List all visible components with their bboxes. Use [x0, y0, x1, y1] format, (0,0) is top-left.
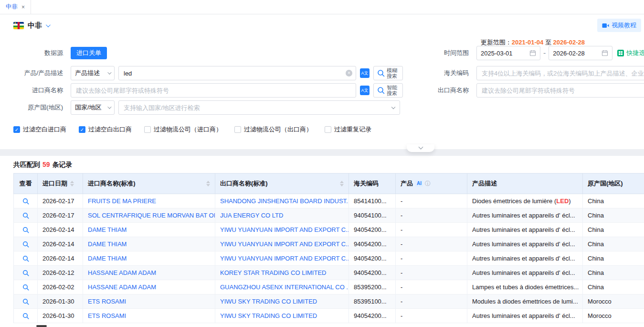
importer-link[interactable]: HASSANE ADAM ADAM	[83, 266, 215, 280]
quick-select-link[interactable]: 快捷选	[617, 49, 644, 57]
tab-close-icon[interactable]: ×	[21, 4, 25, 11]
exporter-link[interactable]: SHANDONG JINSHENGTAI BOARD INDUST...	[215, 194, 349, 208]
smart-search-label-2: 搜索	[387, 90, 397, 96]
view-detail-magnifier-icon[interactable]	[22, 298, 29, 305]
importer-link[interactable]: DAME THIAM	[83, 237, 215, 251]
exporter-link[interactable]: YIWU SKY TRADING CO LIMITED	[215, 309, 349, 323]
product-cell: -	[396, 294, 467, 308]
filter-checkbox[interactable]: 过滤重复记录	[325, 125, 371, 134]
search-icon	[377, 69, 385, 77]
importer-link[interactable]: FRUITS DE MA PRIERE	[83, 194, 215, 208]
smart-search-button[interactable]: 智能 搜索	[373, 83, 403, 98]
product-input[interactable]	[118, 66, 356, 80]
product-cell: -	[396, 208, 467, 222]
exporter-input[interactable]	[476, 83, 644, 98]
hs-code-cell: 85414100...	[349, 194, 396, 208]
info-icon[interactable]: ⓘ	[425, 180, 431, 188]
country-chevron-down-icon[interactable]	[46, 22, 51, 27]
view-detail-magnifier-icon[interactable]	[22, 255, 29, 262]
importer-input-wrap	[71, 83, 356, 98]
exporter-link[interactable]: YIWU SKY TRADING CO LIMITED	[215, 294, 349, 308]
checkbox-icon[interactable]	[234, 126, 241, 133]
date-separator: -	[543, 49, 546, 57]
exporter-link[interactable]: YIWU YUANYUAN IMPORT AND EXPORT C...	[215, 223, 349, 237]
chevron-down-icon	[107, 70, 111, 74]
view-detail-magnifier-icon[interactable]	[22, 227, 29, 233]
translate-icon[interactable]: A文	[360, 68, 370, 78]
importer-link[interactable]: DAME THIAM	[83, 223, 215, 237]
checkbox-icon[interactable]: ✓	[79, 126, 85, 133]
tab-bar: 中非 ×	[0, 0, 644, 14]
importer-link[interactable]: DAME THIAM	[83, 251, 215, 265]
col-importer[interactable]: 进口商名称(标准)	[83, 174, 215, 194]
col-exporter[interactable]: 出口商名称(标准)	[215, 174, 349, 194]
filter-checkbox[interactable]: 过滤物流公司（出口商）	[234, 125, 312, 134]
origin-type-select[interactable]: 国家/地区	[71, 100, 115, 115]
col-product-ai: 产品 AI ⓘ	[396, 174, 467, 194]
view-detail-magnifier-icon[interactable]	[22, 198, 29, 205]
sort-icon[interactable]	[340, 181, 344, 186]
importer-link[interactable]: HASSANE ADAM ADAM	[83, 280, 215, 294]
hs-code-label: 海关编码	[431, 69, 473, 77]
importer-link[interactable]: ETS ROSAMI	[83, 309, 215, 323]
import-date-cell: 2026-02-12	[38, 266, 83, 280]
table-row: 2026-02-12 HASSANE ADAM ADAM KOREY STAR …	[13, 266, 644, 280]
importer-link[interactable]: SOL CENTRAFRIQUE RUE MORVAN BAT OF...	[83, 208, 215, 222]
video-tutorial-button[interactable]: 视频教程	[597, 19, 641, 32]
exporter-link[interactable]: YIWU YUANYUAN IMPORT AND EXPORT C...	[215, 237, 349, 251]
import-date-cell: 2026-02-02	[38, 280, 83, 294]
importer-input[interactable]	[71, 83, 356, 98]
view-detail-magnifier-icon[interactable]	[22, 284, 29, 291]
smart-search-label-1: 智能	[387, 85, 397, 90]
end-date-input[interactable]: 2026-02-28	[549, 46, 612, 60]
exporter-link[interactable]: GUANGZHOU ASENX INTERNATIONAL CO ...	[215, 280, 349, 294]
import-date-cell: 2026-02-14	[38, 237, 83, 251]
clear-input-icon[interactable]: ×	[346, 70, 352, 76]
start-date-value: 2025-03-01	[481, 50, 513, 57]
filter-checkbox[interactable]: ✓ 过滤空白进口商	[13, 125, 66, 134]
chevron-down-icon	[418, 145, 423, 150]
filter-checkbox-label: 过滤重复记录	[334, 125, 371, 134]
fuzzy-search-button[interactable]: 模糊 搜索	[373, 66, 403, 80]
hs-code-row: 海关编码	[431, 66, 644, 80]
importer-link[interactable]: ETS ROSAMI	[83, 294, 215, 308]
filter-checkbox[interactable]: ✓ 过滤空白出口商	[79, 125, 132, 134]
table-body: 2026-02-17 FRUITS DE MA PRIERE SHANDONG …	[13, 194, 644, 323]
importer-row: 进口商名称 A文 智能 搜索	[0, 83, 403, 98]
horizontal-scrollbar-thumb[interactable]	[36, 325, 47, 327]
filter-row: ✓ 过滤空白进口商 ✓ 过滤空白出口商 过滤物流公司（进口商） 过滤物流公司（出…	[13, 125, 371, 134]
central-african-republic-flag-icon	[13, 22, 24, 29]
origin-country-cell: Morocco	[583, 309, 644, 323]
update-range-from: 2021-01-04	[512, 39, 544, 46]
checkbox-icon[interactable]: ✓	[13, 126, 20, 133]
exporter-label: 出口商名称	[431, 86, 473, 95]
update-range-to-word: 至	[545, 39, 551, 46]
filter-checkbox-label: 过滤物流公司（进口商）	[154, 125, 222, 134]
checkbox-icon[interactable]	[325, 126, 331, 133]
col-hs-code: 海关编码	[349, 174, 396, 194]
origin-input[interactable]	[118, 100, 400, 115]
col-import-date[interactable]: 进口日期	[38, 174, 83, 194]
exporter-link[interactable]: JUA ENERGY CO LTD	[215, 208, 349, 222]
datasource-import-manifest-button[interactable]: 进口关单	[71, 47, 107, 59]
table-row: 2026-02-14 DAME THIAM YIWU YUANYUAN IMPO…	[13, 223, 644, 237]
table-header: 查看 进口日期 进口商名称(标准) 出口商名称(标准) 海关编码 产品 AI	[13, 173, 644, 194]
origin-label: 原产国(地区)	[0, 103, 67, 112]
view-detail-magnifier-icon[interactable]	[22, 313, 29, 319]
translate-icon[interactable]: A文	[360, 86, 370, 95]
checkbox-icon[interactable]	[144, 126, 151, 133]
exporter-link[interactable]: YIWU YUANYUAN IMPORT AND EXPORT C...	[215, 251, 349, 265]
view-detail-magnifier-icon[interactable]	[22, 212, 29, 219]
start-date-input[interactable]: 2025-03-01	[476, 46, 540, 60]
collapse-form-handle[interactable]	[407, 144, 434, 152]
table-row: 2026-02-02 HASSANE ADAM ADAM GUANGZHOU A…	[13, 280, 644, 294]
view-detail-magnifier-icon[interactable]	[22, 241, 29, 248]
exporter-link[interactable]: KOREY STAR TRADING CO LIMITED	[215, 266, 349, 280]
product-type-select[interactable]: 产品描述	[71, 66, 115, 80]
sort-icon[interactable]	[206, 181, 210, 186]
view-detail-magnifier-icon[interactable]	[22, 270, 29, 276]
sort-icon[interactable]	[70, 181, 74, 186]
hs-code-input[interactable]	[476, 66, 644, 80]
tab-zhongfei[interactable]: 中非 ×	[0, 0, 31, 14]
filter-checkbox[interactable]: 过滤物流公司（进口商）	[144, 125, 222, 134]
